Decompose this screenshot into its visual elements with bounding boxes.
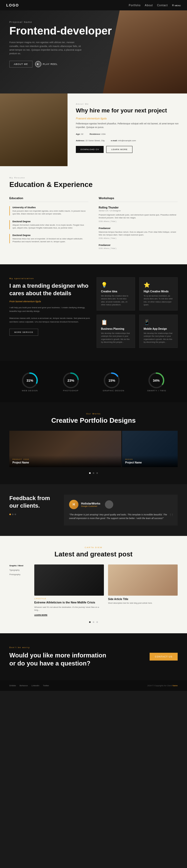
feedback-title: Feedback from our clients. — [9, 495, 56, 509]
workshop-item-3: Freelancer DOB: Athens ( Tribal ) — [99, 244, 178, 249]
nav-item-portfolio[interactable]: Portfolio — [129, 4, 141, 7]
blog-post-desc: Whoever said 'it's not about the destina… — [34, 606, 104, 612]
hero-title: Frontend-developer — [9, 25, 178, 37]
spec-card-high-creative: ⭐ High Creative Minds To cy ab lacimas e… — [139, 277, 178, 311]
education-column: Education University of Studies Duis pos… — [9, 196, 88, 254]
skill-circle-photoshop: 23% — [62, 371, 80, 390]
mobile-icon: 📱 — [144, 319, 173, 326]
education-grid: Education University of Studies Duis pos… — [9, 196, 178, 254]
workshop-dates-2: DOB: Athens ( Tribal ) — [99, 237, 178, 239]
skill-photoshop: 23% PHOTOSHOP — [62, 371, 80, 392]
portfolio-name-1: Project Name — [12, 461, 118, 464]
download-cv-button[interactable]: DOWNLOAD CV — [76, 146, 104, 153]
portfolio-nav-dot-3[interactable] — [96, 472, 98, 474]
social-twitter[interactable]: Twitter — [43, 684, 49, 687]
cta-section: Don't be worry Would you like more infor… — [0, 633, 187, 680]
hero-section: Proposal Name Frontend-developer Fusce t… — [0, 10, 187, 93]
contact-us-button[interactable]: CONTACT US — [150, 653, 178, 660]
edu-item-1: University of Studies Duis posuere diam … — [9, 206, 88, 216]
skill-percent-web: 31% — [27, 378, 33, 382]
footer-copyright: 2024 © Copyrights for Client Name — [148, 684, 178, 687]
feedback-right: H HolistarWorks Google Customer "The des… — [64, 495, 178, 526]
about-me-button[interactable]: ABOUT ME — [9, 61, 32, 67]
feedback-nav — [9, 514, 56, 515]
about-label: About Me — [76, 103, 179, 105]
portfolio-tag-food: FOOD — [24, 459, 29, 460]
blog-side-title: Side Article Title — [108, 598, 178, 600]
spec-subtitle: Proin laoreet elementum ligula — [9, 300, 90, 303]
portfolio-tags-2: DESIGN — [125, 459, 175, 460]
cta-label: Don't be worry — [9, 646, 113, 649]
portfolio-item-1[interactable]: PRODUCT FOOD Project Name — [9, 431, 121, 467]
portfolio-title: Creative Portfolio Designs — [9, 416, 178, 425]
more-service-button[interactable]: MORE SERVICE — [9, 329, 38, 336]
hero-buttons: ABOUT ME ▶ PLAY REEL — [9, 61, 178, 67]
creative-idea-icon: 💡 — [101, 282, 131, 288]
nav-item-about[interactable]: About — [145, 4, 153, 7]
social-linkedin[interactable]: LinkedIn — [31, 684, 39, 687]
blog-post-title: Extreme Athleticism is the New Midlife C… — [34, 600, 104, 604]
about-person-image — [0, 93, 67, 166]
portfolio-nav — [9, 472, 178, 474]
blog-main-image — [34, 564, 104, 596]
workshop-desc-2: Maecenas tempus faucibus rutrum. Duis ex… — [99, 230, 178, 237]
spec-card-creative-idea: 💡 Creative Idea We develop the creative … — [97, 277, 135, 311]
play-reel-button[interactable]: ▶ PLAY REEL — [35, 61, 58, 67]
portfolio-tag-product: PRODUCT — [12, 459, 22, 460]
skill-web-design: 31% WEB DESIGN — [21, 371, 39, 392]
blog-grid: Graphic / Word Typography Photography LI… — [9, 564, 178, 616]
skill-percent-photoshop: 23% — [67, 378, 74, 382]
header: LOGO Portfolio About Contact ≡ MENU — [0, 0, 187, 10]
portfolio-tag-design: DESIGN — [125, 459, 133, 460]
menu-icon[interactable]: ≡ MENU — [172, 3, 181, 7]
workshop-dates-1: DOB: Athens ( Tribal ) — [99, 220, 178, 222]
cta-title: Would you like more information or do yo… — [9, 651, 113, 667]
about-meta-2: Address: 22 Some Street, City e-mail: in… — [76, 140, 179, 142]
portfolio-grid: PRODUCT FOOD Project Name DESIGN Project… — [9, 431, 178, 467]
reviewer-secondary-avatar — [105, 500, 113, 509]
feedback-dot-2[interactable] — [12, 514, 13, 515]
logo: LOGO — [6, 3, 19, 7]
spec-card-mobile: 📱 Mobile App Design We develop the relat… — [139, 315, 178, 348]
blog-sidebar-item-3[interactable]: Photography — [9, 573, 30, 576]
blog-nav-dot-1[interactable] — [89, 621, 91, 623]
feedback-dot-3[interactable] — [14, 514, 16, 515]
play-icon: ▶ — [35, 61, 41, 67]
edu-title-3: Doctoral Degree — [12, 234, 88, 237]
mobile-desc: We develop the relationships that underp… — [144, 332, 173, 343]
portfolio-item-2[interactable]: DESIGN Project Name — [122, 431, 178, 467]
edu-desc-3: Maecenas felius hac sem et imperdiet. Ut… — [12, 237, 88, 243]
hero-description: Fusce tempor magna mi, non egestas velit… — [9, 40, 82, 56]
blog-nav-dot-2[interactable] — [93, 621, 94, 623]
feedback-dot-1[interactable] — [9, 514, 11, 515]
skill-label-graphic: Graphic Design — [102, 390, 124, 392]
feedback-left: Feedback from our clients. — [9, 495, 56, 526]
nav-item-contact[interactable]: Contact — [157, 4, 168, 7]
business-desc: We develop the relationships that underp… — [101, 332, 131, 343]
high-creative-icon: ⭐ — [144, 282, 173, 288]
workshops-col-title: Workshops — [99, 196, 178, 202]
learn-more-button[interactable]: LEARN MORE — [106, 146, 132, 153]
blog-sidebar-item-2[interactable]: Typography — [9, 569, 30, 571]
workshop-item-2: Freelancer Maecenas tempus faucibus rutr… — [99, 227, 178, 239]
blog-nav-dot-3[interactable] — [96, 621, 98, 623]
social-behance[interactable]: Behance — [20, 684, 28, 687]
social-dribble[interactable]: Dribble — [9, 684, 16, 687]
portfolio-label: Our Works — [9, 412, 178, 415]
hero-content: Proposal Name Frontend-developer Fusce t… — [0, 10, 187, 78]
blog-read-more[interactable]: LEARN MORE — [34, 614, 104, 616]
footer: Dribble Behance LinkedIn Twitter 2024 © … — [0, 680, 187, 691]
blog-sidebar-item-1[interactable]: Graphic / Word — [9, 564, 30, 567]
edu-desc-1: Duis posuere diam non imperdiet egestas,… — [12, 210, 88, 216]
blog-side-image — [108, 564, 178, 596]
skill-label-photoshop: PHOTOSHOP — [62, 390, 80, 392]
skill-circle-graphic: 15% — [102, 371, 121, 390]
blog-main: LIFESTYLE Extreme Athleticism is the New… — [34, 564, 104, 616]
portfolio-section: Our Works Creative Portfolio Designs PRO… — [0, 402, 187, 484]
mobile-title: Mobile App Design — [144, 328, 173, 330]
portfolio-overlay-2: DESIGN Project Name — [122, 456, 178, 467]
blog-nav — [9, 621, 178, 623]
portfolio-nav-dot-2[interactable] — [93, 472, 94, 474]
portfolio-nav-dot-1[interactable] — [89, 472, 91, 474]
workshop-title-1: Rolling Thunder — [99, 206, 178, 209]
